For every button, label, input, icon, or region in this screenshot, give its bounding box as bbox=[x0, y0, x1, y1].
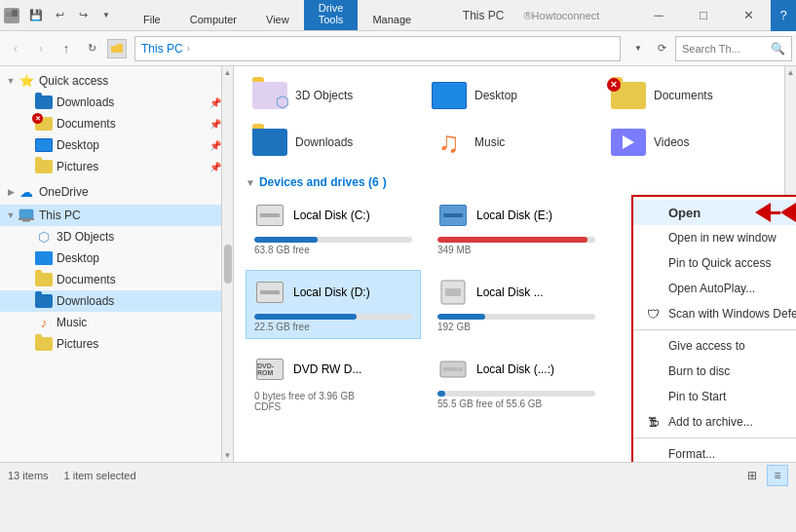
ctx-pin-quick-access[interactable]: Pin to Quick access bbox=[633, 250, 796, 276]
sidebar-onedrive[interactable]: ▶ ☁ OneDrive bbox=[0, 181, 221, 203]
app-icon bbox=[4, 8, 19, 23]
ribbon-tab-drivetools[interactable]: Drive Tools bbox=[304, 0, 359, 30]
ctx-open-label: Open bbox=[668, 206, 701, 220]
sidebar-item-3dobjects[interactable]: ⬡ 3D Objects bbox=[0, 226, 221, 247]
disk-c-icon bbox=[254, 200, 285, 231]
breadcrumb-thispc[interactable]: This PC bbox=[141, 42, 183, 56]
desktop-sidebar-label: Desktop bbox=[57, 251, 99, 265]
ctx-burn-disc[interactable]: Burn to disc bbox=[633, 359, 796, 384]
save-qat-btn[interactable]: 💾 bbox=[25, 5, 47, 26]
ctx-open-autoplay[interactable]: Open AutoPlay... bbox=[633, 276, 796, 301]
device-e-info: 349 MB bbox=[437, 245, 595, 255]
device-local-f[interactable]: Local Disk ... 192 GB bbox=[429, 270, 604, 339]
documents-qa-label: Documents bbox=[57, 117, 116, 131]
thispc-expand-icon[interactable]: ▼ bbox=[4, 210, 18, 220]
sidebar-item-music[interactable]: ♪ Music bbox=[0, 312, 221, 333]
sidebar-item-desktop[interactable]: Desktop bbox=[0, 247, 221, 269]
ctx-add-archive[interactable]: 🗜 Add to archive... bbox=[633, 409, 796, 435]
pictures-sidebar-label: Pictures bbox=[57, 337, 98, 351]
ribbon-tab-computer[interactable]: Computer bbox=[175, 9, 251, 30]
downloads-qa-label: Downloads bbox=[57, 95, 114, 109]
ribbon-tab-strip: File Computer View Drive Tools Manage bbox=[125, 0, 426, 30]
sidebar-quick-access[interactable]: ▼ ⭐ Quick access bbox=[0, 70, 221, 92]
svg-rect-2 bbox=[19, 209, 33, 218]
device-local-c[interactable]: Local Disk (C:) 63.8 GB free bbox=[246, 193, 421, 262]
ctx-pin-start[interactable]: Pin to Start bbox=[633, 384, 796, 409]
device-g-bar-fill bbox=[437, 391, 445, 397]
device-e-bar-fill bbox=[437, 237, 588, 243]
device-local-g[interactable]: Local Disk (...:) 55.5 GB free of 55.6 G… bbox=[429, 347, 604, 419]
item-count: 13 items bbox=[8, 470, 49, 481]
downloads-qa-pin: 📌 bbox=[209, 97, 221, 108]
ctx-pin-label: Pin to Quick access bbox=[668, 256, 771, 270]
folder-documents[interactable]: ✕ Documents bbox=[604, 74, 779, 117]
help-button[interactable]: ? bbox=[771, 0, 796, 31]
ribbon-tab-view[interactable]: View bbox=[251, 9, 304, 30]
sync-btn[interactable]: ⟳ bbox=[650, 37, 673, 60]
sidebar-item-documents[interactable]: Documents bbox=[0, 269, 221, 290]
navigation-bar: ‹ › ↑ ↻ This PC › ▼ ⟳ 🔍 bbox=[0, 31, 796, 66]
sidebar-item-pictures-qa[interactable]: Pictures 📌 bbox=[0, 156, 221, 177]
device-dvd[interactable]: DVD-ROM DVD RW D... 0 bytes free of 3.96… bbox=[246, 347, 421, 419]
folder-3dobjects[interactable]: ⬡ 3D Objects bbox=[246, 74, 421, 117]
folder-downloads[interactable]: Downloads bbox=[246, 121, 421, 164]
search-box[interactable]: 🔍 bbox=[675, 36, 792, 61]
undo-qat-btn[interactable]: ↩ bbox=[49, 5, 70, 26]
window-controls: ─ □ ✕ ? bbox=[636, 0, 796, 30]
desktop-qa-pin: 📌 bbox=[209, 140, 221, 151]
close-button[interactable]: ✕ bbox=[726, 0, 771, 31]
od-label: OneDrive bbox=[39, 185, 89, 199]
3dobjects-label: 3D Objects bbox=[295, 89, 353, 102]
ribbon-tab-file[interactable]: File bbox=[129, 9, 175, 30]
music-icon: ♫ bbox=[432, 125, 467, 160]
videos-icon bbox=[611, 125, 646, 160]
qa-expand-icon[interactable]: ▼ bbox=[4, 76, 18, 86]
ctx-scan-defender[interactable]: 🛡 Scan with Windows Defender... bbox=[633, 301, 796, 326]
sidebar-item-pictures[interactable]: Pictures bbox=[0, 333, 221, 355]
videos-label: Videos bbox=[654, 135, 689, 149]
maximize-button[interactable]: □ bbox=[681, 0, 726, 31]
sidebar-scrollbar[interactable]: ▲ ▼ bbox=[221, 66, 233, 462]
sidebar-item-downloads-qa[interactable]: Downloads 📌 bbox=[0, 92, 221, 113]
sidebar-item-desktop-qa[interactable]: Desktop 📌 bbox=[0, 134, 221, 156]
device-e-label: Local Disk (E:) bbox=[476, 209, 552, 222]
up-button[interactable]: ↑ bbox=[55, 37, 78, 60]
arrow-shaft bbox=[771, 211, 780, 214]
ctx-format[interactable]: Format... bbox=[633, 441, 796, 462]
sidebar-item-downloads[interactable]: Downloads bbox=[0, 290, 221, 312]
address-dropdown-btn[interactable]: ▼ bbox=[626, 37, 650, 60]
devices-section-label: Devices and drives (6 bbox=[259, 175, 379, 189]
od-expand-icon[interactable]: ▶ bbox=[4, 187, 18, 197]
devices-expand-icon[interactable]: ▼ bbox=[246, 177, 255, 188]
red-arrow-indicator bbox=[755, 203, 796, 222]
grid-view-btn[interactable]: ⊞ bbox=[741, 465, 763, 486]
list-view-btn[interactable]: ≡ bbox=[767, 465, 788, 486]
ribbon-tab-manage[interactable]: Manage bbox=[358, 9, 426, 30]
view-toggle: ⊞ ≡ bbox=[741, 465, 788, 486]
ctx-give-access[interactable]: Give access to ▶ bbox=[633, 333, 796, 359]
sidebar-item-documents-qa[interactable]: ✕ Documents 📌 bbox=[0, 113, 221, 134]
devices-section-title[interactable]: ▼ Devices and drives (6 ) bbox=[246, 175, 784, 189]
back-button[interactable]: ‹ bbox=[4, 37, 27, 60]
folder-videos[interactable]: Videos bbox=[604, 121, 779, 164]
device-local-d[interactable]: Local Disk (D:) 22.5 GB free bbox=[246, 270, 421, 339]
sidebar-inner: ▼ ⭐ Quick access Downloads 📌 ✕ Docume bbox=[0, 66, 233, 359]
redo-qat-btn[interactable]: ↪ bbox=[72, 5, 94, 26]
device-d-bar-bg bbox=[254, 314, 412, 320]
breadcrumb-folder-icon[interactable] bbox=[107, 39, 127, 58]
forward-button[interactable]: › bbox=[29, 37, 53, 60]
device-local-e[interactable]: Local Disk (E:) 349 MB bbox=[429, 193, 604, 262]
folder-music[interactable]: ♫ Music bbox=[425, 121, 600, 164]
minimize-button[interactable]: ─ bbox=[636, 0, 681, 31]
device-dvd-top: DVD-ROM DVD RW D... bbox=[254, 354, 412, 385]
qat-dropdown-btn[interactable]: ▼ bbox=[95, 5, 117, 26]
sidebar-thispc[interactable]: ▼ This PC bbox=[0, 205, 221, 226]
device-e-top: Local Disk (E:) bbox=[437, 200, 595, 231]
ctx-burn-label: Burn to disc bbox=[668, 364, 730, 378]
folder-desktop[interactable]: Desktop bbox=[425, 74, 600, 117]
ctx-pin-start-label: Pin to Start bbox=[668, 390, 726, 403]
refresh-button[interactable]: ↻ bbox=[80, 37, 103, 60]
ctx-open-new-window[interactable]: Open in new window bbox=[633, 225, 796, 250]
breadcrumb-bar[interactable]: This PC › bbox=[134, 36, 621, 61]
search-input[interactable] bbox=[682, 43, 767, 55]
